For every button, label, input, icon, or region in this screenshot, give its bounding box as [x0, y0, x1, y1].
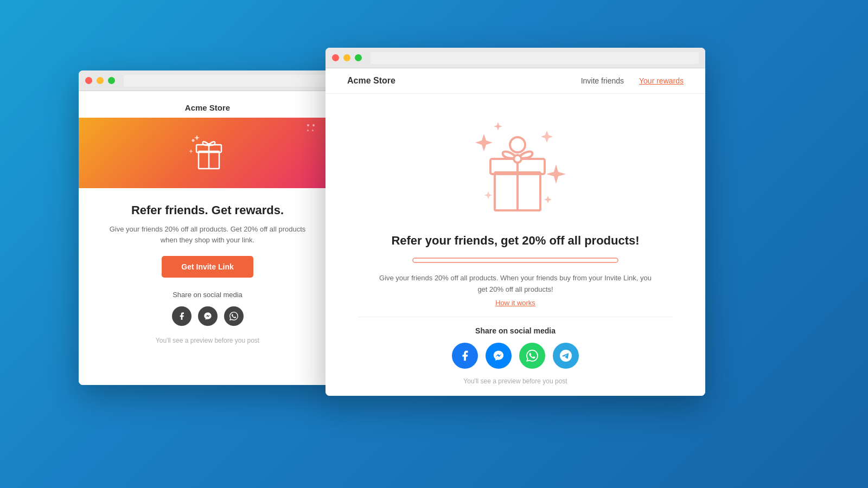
email-social-icons: [100, 306, 315, 326]
app-social-label: Share on social media: [475, 326, 556, 335]
front-browser-window: Acme Store Invite friends Your rewards: [326, 48, 705, 396]
maximize-button-front[interactable]: [355, 54, 362, 61]
close-button-front[interactable]: [332, 54, 339, 61]
minimize-button-back[interactable]: [97, 77, 104, 84]
app-main-content: Refer your friends, get 20% off all prod…: [326, 94, 705, 396]
svg-marker-7: [475, 134, 493, 151]
gift-illustration-container: [456, 110, 575, 224]
svg-marker-11: [544, 196, 552, 203]
app-nav-links: Invite friends Your rewards: [581, 76, 684, 85]
referral-link-box: http://acmestore.refr.cc/jsmith Copy Lin…: [412, 258, 618, 263]
email-heading: Refer friends. Get rewards.: [100, 203, 315, 217]
app-nav: Acme Store Invite friends Your rewards: [326, 68, 705, 94]
gift-icon-front: [456, 110, 575, 224]
svg-marker-9: [541, 131, 553, 143]
maximize-button-back[interactable]: [108, 77, 115, 84]
svg-marker-2: [189, 149, 193, 153]
how-it-works-link[interactable]: How it works: [495, 299, 535, 307]
svg-point-6: [207, 143, 210, 146]
app-description: Give your friends 20% off all products. …: [374, 273, 656, 296]
close-button-back[interactable]: [85, 77, 92, 84]
svg-marker-1: [194, 135, 200, 140]
svg-marker-12: [484, 191, 492, 199]
app-heading: Refer your friends, get 20% off all prod…: [391, 234, 639, 248]
browser-content-back: Acme Store: [79, 91, 336, 385]
email-container: Acme Store: [79, 91, 336, 385]
back-browser-window: Acme Store: [79, 70, 336, 385]
svg-marker-10: [546, 164, 566, 184]
address-bar-front: [371, 52, 699, 64]
referral-link-url[interactable]: http://acmestore.refr.cc/jsmith: [413, 259, 617, 263]
messenger-icon-back[interactable]: [198, 306, 218, 326]
svg-marker-8: [494, 122, 502, 131]
invite-friends-link[interactable]: Invite friends: [581, 76, 624, 85]
minimize-button-front[interactable]: [343, 54, 350, 61]
facebook-icon-front[interactable]: [452, 343, 478, 369]
email-body: Refer friends. Get rewards. Give your fr…: [79, 188, 336, 355]
whatsapp-icon-back[interactable]: [224, 306, 244, 326]
your-rewards-link[interactable]: Your rewards: [639, 76, 684, 85]
facebook-icon-back[interactable]: [172, 306, 192, 326]
telegram-icon-front[interactable]: [553, 343, 579, 369]
get-invite-link-button[interactable]: Get Invite Link: [162, 256, 253, 278]
svg-point-17: [510, 137, 525, 152]
email-social-label: Share on social media: [100, 291, 315, 299]
app-social-icons: [452, 343, 579, 369]
browser-content-front: Acme Store Invite friends Your rewards: [326, 68, 705, 396]
browser-titlebar-back: [79, 70, 336, 91]
app-footer-note: You'll see a preview before you post: [463, 377, 567, 385]
address-bar-back: [124, 75, 330, 87]
messenger-icon-front[interactable]: [486, 343, 512, 369]
email-subtitle: Give your friends 20% off all products. …: [100, 224, 315, 245]
email-hero-banner: [79, 118, 336, 188]
whatsapp-icon-front[interactable]: [519, 343, 545, 369]
svg-point-16: [514, 155, 521, 163]
gift-icon-back: [183, 129, 232, 177]
email-store-title: Acme Store: [79, 91, 336, 118]
email-footer-note: You'll see a preview before you post: [100, 337, 315, 344]
svg-point-0: [192, 139, 194, 142]
browser-titlebar-front: [326, 48, 705, 68]
app-brand: Acme Store: [347, 76, 395, 86]
